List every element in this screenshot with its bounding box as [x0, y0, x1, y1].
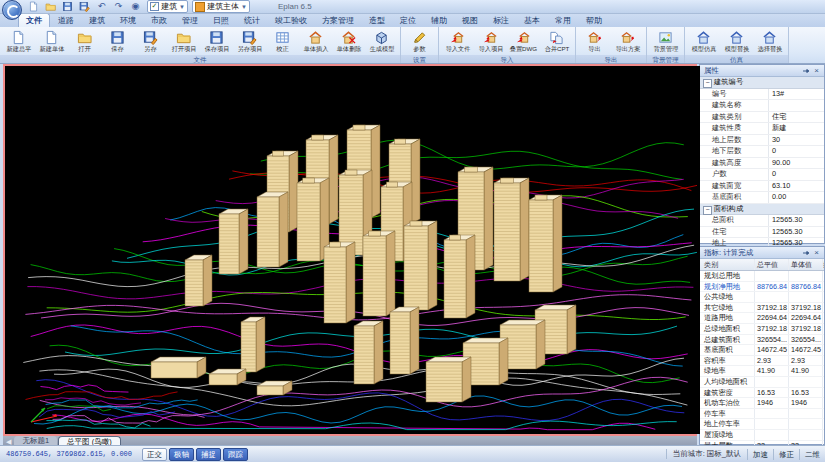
indicator-column-header[interactable]: 类别 [700, 259, 755, 270]
indicator-row[interactable]: 建筑密度16.5316.53 [700, 388, 824, 399]
checkbox-icon[interactable]: ✓ [150, 2, 159, 11]
toggle-1[interactable]: 正交 [142, 448, 167, 461]
drawing-canvas[interactable] [3, 64, 697, 436]
indicator-row[interactable]: 总建筑面积326554...326554... [700, 335, 824, 346]
ribbon-button[interactable]: 另存 [134, 28, 167, 55]
close-icon[interactable]: × [811, 247, 822, 258]
3d-site-model-view[interactable] [5, 66, 700, 434]
menu-tab-4[interactable]: 环境 [113, 14, 143, 27]
indicator-row[interactable]: 屋顶绿地 [700, 430, 824, 441]
menu-tab-16[interactable]: 基本 [517, 14, 547, 27]
ribbon-button[interactable]: 叠置DWG [507, 28, 540, 55]
toggle-4[interactable]: 跟踪 [223, 448, 248, 461]
indicator-row[interactable]: 地上停车率 [700, 419, 824, 430]
property-section-header[interactable]: −面积构成 [700, 204, 824, 216]
status-button-2[interactable]: 修正 [773, 449, 799, 460]
menu-tab-8[interactable]: 统计 [237, 14, 267, 27]
ribbon-button[interactable]: 导出方案 [611, 28, 644, 55]
menu-tab-5[interactable]: 市政 [144, 14, 174, 27]
toggle-2[interactable]: 极轴 [169, 448, 194, 461]
menu-tab-14[interactable]: 视图 [455, 14, 485, 27]
ribbon-button[interactable]: 选择替换 [753, 28, 786, 55]
ribbon-button[interactable]: 合并CPT [540, 28, 573, 55]
indicator-row[interactable]: 人均绿地面积 [700, 377, 824, 388]
menu-tab-13[interactable]: 辅助 [424, 14, 454, 27]
indicator-row[interactable]: 其它绿地37192.1837192.18 [700, 303, 824, 314]
ribbon-button[interactable]: 参数 [403, 28, 436, 55]
save-all-icon[interactable] [77, 0, 92, 14]
open-icon[interactable] [43, 0, 58, 14]
ribbon-button[interactable]: 保存项目 [200, 28, 233, 55]
layer-filter-combo[interactable]: ✓ 建筑 ▼ [147, 0, 188, 13]
indicator-row[interactable]: 机动车泊位19461946 [700, 398, 824, 409]
model-combo[interactable]: 建筑主体 ▼ [192, 0, 250, 13]
property-row[interactable]: 户数0 [700, 169, 824, 181]
redo-icon[interactable]: ↷ [111, 0, 126, 14]
status-button-1[interactable]: 加速 [747, 449, 773, 460]
ribbon-button[interactable]: 导入文件 [441, 28, 474, 55]
ribbon-button[interactable]: 保存 [101, 28, 134, 55]
menu-tab-17[interactable]: 常用 [548, 14, 578, 27]
pin-icon[interactable] [800, 65, 811, 76]
ribbon-button[interactable]: 导出 [578, 28, 611, 55]
indicator-column-header[interactable]: 控制值 [823, 259, 824, 270]
menu-tab-18[interactable]: 帮助 [579, 14, 609, 27]
ribbon-button[interactable]: 生成模型 [365, 28, 398, 55]
indicator-row[interactable]: 停车率 [700, 409, 824, 420]
ribbon-button[interactable]: 打开项目 [167, 28, 200, 55]
property-row[interactable]: 建筑名称 [700, 100, 824, 112]
help-icon[interactable]: ◉ [128, 0, 143, 14]
ribbon-button[interactable]: 背景管理 [649, 28, 682, 55]
collapse-icon[interactable]: − [703, 206, 712, 215]
indicator-row[interactable]: 绿地率41.9041.90 [700, 366, 824, 377]
new-icon[interactable] [26, 0, 41, 14]
indicator-column-header[interactable]: 总平值 [755, 259, 789, 270]
property-row[interactable]: 总面积12565.30 [700, 215, 824, 227]
property-row[interactable]: 地下层数0 [700, 146, 824, 158]
ribbon-button[interactable]: 新建总平 [2, 28, 35, 55]
collapse-icon[interactable]: − [703, 79, 712, 88]
property-row[interactable]: 建筑面宽63.10 [700, 181, 824, 193]
pin-icon[interactable] [800, 247, 811, 258]
ribbon-button[interactable]: 导入项目 [474, 28, 507, 55]
property-row[interactable]: 建筑高度90.00 [700, 158, 824, 170]
ribbon-button[interactable]: 单体插入 [299, 28, 332, 55]
menu-tab-6[interactable]: 管理 [175, 14, 205, 27]
menu-tab-9[interactable]: 竣工验收 [268, 14, 314, 27]
status-button-3[interactable]: 二维 [799, 449, 825, 460]
indicator-column-header[interactable]: 单体值 [789, 259, 823, 270]
close-icon[interactable]: × [811, 65, 822, 76]
save-icon[interactable] [60, 0, 75, 14]
indicator-row[interactable]: 道路用地22694.6422694.64 [700, 313, 824, 324]
property-row[interactable]: 地上层数30 [700, 135, 824, 147]
indicator-row[interactable]: 规划净用地88766.8488766.84 [700, 282, 824, 293]
app-logo-icon[interactable] [2, 0, 22, 20]
menu-tab-15[interactable]: 标注 [486, 14, 516, 27]
ribbon-button[interactable]: 新建单体 [35, 28, 68, 55]
menu-tab-3[interactable]: 建筑 [82, 14, 112, 27]
ribbon-button[interactable]: 模型替换 [720, 28, 753, 55]
property-row[interactable]: 编号13# [700, 89, 824, 101]
ribbon-button[interactable]: 打开 [68, 28, 101, 55]
menu-tab-10[interactable]: 方案管理 [315, 14, 361, 27]
menu-tab-1[interactable]: 文件 [18, 13, 50, 27]
property-row[interactable]: 住宅12565.30 [700, 227, 824, 239]
menu-tab-12[interactable]: 定位 [393, 14, 423, 27]
menu-tab-11[interactable]: 造型 [362, 14, 392, 27]
property-section-header[interactable]: −建筑编号 [700, 77, 824, 89]
indicator-row[interactable]: 容积率2.932.93 [700, 356, 824, 367]
property-row[interactable]: 建筑性质新建 [700, 123, 824, 135]
toggle-3[interactable]: 捕捉 [196, 448, 221, 461]
undo-icon[interactable]: ↶ [94, 0, 109, 14]
indicator-row[interactable]: 规划总用地 [700, 271, 824, 282]
indicator-row[interactable]: 公共绿地 [700, 292, 824, 303]
indicator-row[interactable]: 总绿地面积37192.1837192.18 [700, 324, 824, 335]
ribbon-button[interactable]: 模型仿真 [687, 28, 720, 55]
menu-tab-7[interactable]: 日照 [206, 14, 236, 27]
ribbon-button[interactable]: 单体删除 [332, 28, 365, 55]
indicator-row[interactable]: 基底面积14672.4514672.45 [700, 345, 824, 356]
property-row[interactable]: 基底面积0.00 [700, 192, 824, 204]
property-row[interactable]: 建筑类别住宅 [700, 112, 824, 124]
ribbon-button[interactable]: 另存项目 [233, 28, 266, 55]
menu-tab-2[interactable]: 道路 [51, 14, 81, 27]
